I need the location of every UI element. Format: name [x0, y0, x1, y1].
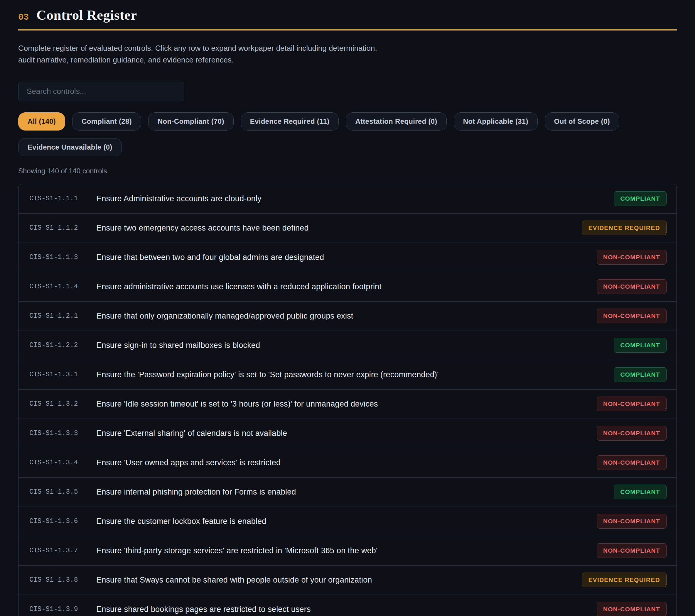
control-title: Ensure that Sways cannot be shared with … [96, 576, 582, 585]
section-number: 03 [18, 12, 29, 22]
status-badge: NON-COMPLIANT [597, 250, 666, 265]
status-badge: NON-COMPLIANT [597, 514, 666, 529]
control-id: CIS-S1-1.2.2 [29, 341, 96, 349]
control-row[interactable]: CIS-S1-1.3.9 Ensure shared bookings page… [18, 595, 677, 616]
control-row[interactable]: CIS-S1-1.1.3 Ensure that between two and… [18, 243, 677, 272]
status-badge: COMPLIANT [614, 485, 666, 499]
status-badge: NON-COMPLIANT [597, 309, 666, 323]
status-badge: COMPLIANT [614, 367, 666, 382]
control-title: Ensure two emergency access accounts hav… [96, 224, 582, 233]
control-title: Ensure the customer lockbox feature is e… [96, 517, 597, 526]
control-title: Ensure the 'Password expiration policy' … [96, 370, 614, 379]
status-badge: NON-COMPLIANT [597, 426, 666, 441]
control-id: CIS-S1-1.1.3 [29, 253, 96, 261]
status-badge: NON-COMPLIANT [597, 455, 666, 470]
status-badge: EVIDENCE REQUIRED [582, 573, 666, 587]
control-title: Ensure 'Idle session timeout' is set to … [96, 400, 597, 409]
control-id: CIS-S1-1.3.4 [29, 459, 96, 467]
filter-chip-6[interactable]: Out of Scope (0) [545, 112, 619, 130]
control-row[interactable]: CIS-S1-1.3.1 Ensure the 'Password expira… [18, 360, 677, 390]
status-badge: NON-COMPLIANT [597, 602, 666, 616]
status-badge: NON-COMPLIANT [597, 397, 666, 411]
status-badge: COMPLIANT [614, 191, 666, 206]
control-id: CIS-S1-1.3.7 [29, 547, 96, 555]
filter-chip-5[interactable]: Not Applicable (31) [454, 112, 538, 130]
control-title: Ensure that only organizationally manage… [96, 312, 597, 321]
filter-chip-1[interactable]: Compliant (28) [72, 112, 141, 130]
control-row[interactable]: CIS-S1-1.2.1 Ensure that only organizati… [18, 302, 677, 331]
section-description: Complete register of evaluated controls.… [18, 42, 388, 66]
control-register-page: 03 Control Register Complete register of… [0, 0, 695, 616]
control-row[interactable]: CIS-S1-1.2.2 Ensure sign-in to shared ma… [18, 331, 677, 360]
control-title: Ensure 'User owned apps and services' is… [96, 458, 597, 467]
control-row[interactable]: CIS-S1-1.3.5 Ensure internal phishing pr… [18, 478, 677, 507]
control-row[interactable]: CIS-S1-1.3.4 Ensure 'User owned apps and… [18, 448, 677, 478]
status-badge: NON-COMPLIANT [597, 543, 666, 558]
filter-chip-4[interactable]: Attestation Required (0) [346, 112, 446, 130]
control-title: Ensure 'third-party storage services' ar… [96, 546, 597, 555]
search-input[interactable] [18, 82, 184, 101]
header-divider [18, 29, 677, 31]
control-id: CIS-S1-1.3.5 [29, 488, 96, 496]
control-title: Ensure Administrative accounts are cloud… [96, 194, 614, 203]
filter-chip-group: All (140)Compliant (28)Non-Compliant (70… [18, 112, 677, 156]
control-title: Ensure shared bookings pages are restric… [96, 605, 597, 614]
control-id: CIS-S1-1.1.1 [29, 195, 96, 203]
control-row[interactable]: CIS-S1-1.3.6 Ensure the customer lockbox… [18, 507, 677, 536]
control-id: CIS-S1-1.3.1 [29, 371, 96, 379]
control-row[interactable]: CIS-S1-1.1.2 Ensure two emergency access… [18, 214, 677, 243]
control-title: Ensure 'External sharing' of calendars i… [96, 429, 597, 438]
control-id: CIS-S1-1.1.4 [29, 283, 96, 291]
page-title: Control Register [36, 7, 137, 23]
control-row[interactable]: CIS-S1-1.3.2 Ensure 'Idle session timeou… [18, 390, 677, 419]
control-id: CIS-S1-1.3.8 [29, 576, 96, 584]
control-row[interactable]: CIS-S1-1.3.8 Ensure that Sways cannot be… [18, 566, 677, 595]
filter-chip-2[interactable]: Non-Compliant (70) [148, 112, 234, 130]
control-id: CIS-S1-1.3.3 [29, 429, 96, 437]
control-title: Ensure internal phishing protection for … [96, 488, 614, 497]
control-id: CIS-S1-1.1.2 [29, 224, 96, 232]
status-badge: NON-COMPLIANT [597, 279, 666, 294]
control-list: CIS-S1-1.1.1 Ensure Administrative accou… [18, 184, 677, 616]
filter-chip-0[interactable]: All (140) [18, 112, 65, 130]
results-count: Showing 140 of 140 controls [18, 167, 677, 175]
control-row[interactable]: CIS-S1-1.1.4 Ensure administrative accou… [18, 272, 677, 302]
control-row[interactable]: CIS-S1-1.3.3 Ensure 'External sharing' o… [18, 419, 677, 448]
control-row[interactable]: CIS-S1-1.3.7 Ensure 'third-party storage… [18, 536, 677, 566]
section-header: 03 Control Register [18, 5, 677, 23]
control-id: CIS-S1-1.3.6 [29, 517, 96, 525]
status-badge: EVIDENCE REQUIRED [582, 221, 666, 235]
filter-chip-7[interactable]: Evidence Unavailable (0) [18, 138, 122, 156]
filter-chip-3[interactable]: Evidence Required (11) [241, 112, 339, 130]
control-id: CIS-S1-1.3.2 [29, 400, 96, 408]
control-title: Ensure administrative accounts use licen… [96, 282, 597, 291]
control-id: CIS-S1-1.3.9 [29, 605, 96, 613]
control-title: Ensure sign-in to shared mailboxes is bl… [96, 341, 614, 350]
control-row[interactable]: CIS-S1-1.1.1 Ensure Administrative accou… [18, 184, 677, 214]
status-badge: COMPLIANT [614, 338, 666, 353]
control-id: CIS-S1-1.2.1 [29, 312, 96, 320]
control-title: Ensure that between two and four global … [96, 253, 597, 262]
